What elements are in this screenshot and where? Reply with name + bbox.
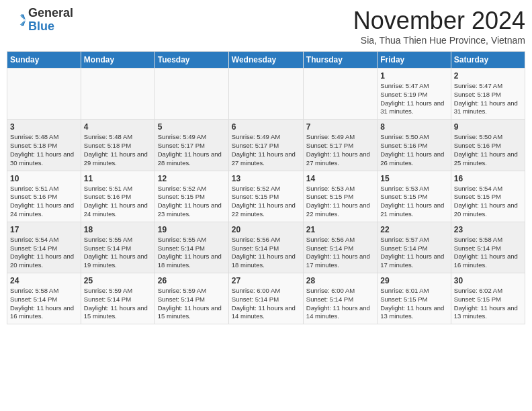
day-cell: 19Sunrise: 5:55 AM Sunset: 5:14 PM Dayli… bbox=[154, 222, 228, 273]
day-number: 24 bbox=[10, 276, 78, 285]
day-info: Sunrise: 5:52 AM Sunset: 5:15 PM Dayligh… bbox=[158, 185, 226, 219]
day-cell: 5Sunrise: 5:49 AM Sunset: 5:17 PM Daylig… bbox=[154, 120, 228, 171]
location-label: Sia, Thua Thien Hue Province, Vietnam bbox=[353, 35, 525, 46]
col-header-wednesday: Wednesday bbox=[228, 52, 303, 68]
day-cell: 22Sunrise: 5:57 AM Sunset: 5:14 PM Dayli… bbox=[378, 222, 451, 273]
col-header-monday: Monday bbox=[81, 52, 154, 68]
day-cell: 30Sunrise: 6:02 AM Sunset: 5:15 PM Dayli… bbox=[451, 273, 525, 324]
day-cell: 24Sunrise: 5:58 AM Sunset: 5:14 PM Dayli… bbox=[7, 273, 81, 324]
day-info: Sunrise: 5:54 AM Sunset: 5:14 PM Dayligh… bbox=[10, 236, 78, 270]
day-info: Sunrise: 5:48 AM Sunset: 5:18 PM Dayligh… bbox=[84, 133, 152, 167]
day-cell: 27Sunrise: 6:00 AM Sunset: 5:14 PM Dayli… bbox=[228, 273, 303, 324]
day-cell: 6Sunrise: 5:49 AM Sunset: 5:17 PM Daylig… bbox=[228, 120, 303, 171]
day-cell bbox=[81, 68, 154, 120]
day-number: 15 bbox=[380, 174, 447, 183]
day-info: Sunrise: 5:59 AM Sunset: 5:14 PM Dayligh… bbox=[158, 287, 226, 321]
day-number: 12 bbox=[158, 174, 226, 183]
day-info: Sunrise: 6:00 AM Sunset: 5:14 PM Dayligh… bbox=[232, 287, 300, 321]
day-cell: 17Sunrise: 5:54 AM Sunset: 5:14 PM Dayli… bbox=[7, 222, 81, 273]
logo-blue: Blue bbox=[28, 20, 73, 34]
day-info: Sunrise: 5:50 AM Sunset: 5:16 PM Dayligh… bbox=[380, 133, 447, 167]
day-number: 5 bbox=[158, 122, 226, 132]
day-cell: 11Sunrise: 5:51 AM Sunset: 5:16 PM Dayli… bbox=[81, 171, 154, 222]
day-info: Sunrise: 5:51 AM Sunset: 5:16 PM Dayligh… bbox=[84, 185, 152, 219]
day-info: Sunrise: 5:47 AM Sunset: 5:18 PM Dayligh… bbox=[454, 82, 522, 116]
day-info: Sunrise: 5:51 AM Sunset: 5:16 PM Dayligh… bbox=[10, 185, 78, 219]
col-header-friday: Friday bbox=[378, 52, 451, 68]
day-cell: 29Sunrise: 6:01 AM Sunset: 5:15 PM Dayli… bbox=[378, 273, 451, 324]
day-number: 1 bbox=[380, 71, 447, 81]
logo-icon bbox=[7, 11, 26, 30]
day-cell: 16Sunrise: 5:54 AM Sunset: 5:15 PM Dayli… bbox=[451, 171, 525, 222]
day-number: 14 bbox=[306, 174, 374, 183]
day-number: 30 bbox=[454, 276, 522, 285]
week-row-1: 1Sunrise: 5:47 AM Sunset: 5:19 PM Daylig… bbox=[7, 68, 525, 120]
day-info: Sunrise: 5:49 AM Sunset: 5:17 PM Dayligh… bbox=[306, 133, 374, 167]
svg-rect-0 bbox=[7, 11, 26, 30]
day-info: Sunrise: 5:58 AM Sunset: 5:14 PM Dayligh… bbox=[10, 287, 78, 321]
day-number: 25 bbox=[84, 276, 152, 285]
day-info: Sunrise: 5:55 AM Sunset: 5:14 PM Dayligh… bbox=[158, 236, 226, 270]
day-cell: 21Sunrise: 5:56 AM Sunset: 5:14 PM Dayli… bbox=[303, 222, 377, 273]
day-number: 17 bbox=[10, 225, 78, 234]
day-cell: 2Sunrise: 5:47 AM Sunset: 5:18 PM Daylig… bbox=[451, 68, 525, 120]
day-number: 7 bbox=[306, 122, 374, 132]
day-info: Sunrise: 6:01 AM Sunset: 5:15 PM Dayligh… bbox=[380, 287, 447, 321]
day-number: 21 bbox=[306, 225, 374, 234]
day-number: 18 bbox=[84, 225, 152, 234]
day-info: Sunrise: 5:58 AM Sunset: 5:14 PM Dayligh… bbox=[454, 236, 522, 270]
day-cell: 28Sunrise: 6:00 AM Sunset: 5:14 PM Dayli… bbox=[303, 273, 377, 324]
day-info: Sunrise: 6:02 AM Sunset: 5:15 PM Dayligh… bbox=[454, 287, 522, 321]
day-number: 28 bbox=[306, 276, 374, 285]
col-header-sunday: Sunday bbox=[7, 52, 81, 68]
day-cell bbox=[154, 68, 228, 120]
day-cell: 12Sunrise: 5:52 AM Sunset: 5:15 PM Dayli… bbox=[154, 171, 228, 222]
day-info: Sunrise: 5:53 AM Sunset: 5:15 PM Dayligh… bbox=[306, 185, 374, 219]
day-info: Sunrise: 5:57 AM Sunset: 5:14 PM Dayligh… bbox=[380, 236, 447, 270]
day-cell: 23Sunrise: 5:58 AM Sunset: 5:14 PM Dayli… bbox=[451, 222, 525, 273]
day-header-row: SundayMondayTuesdayWednesdayThursdayFrid… bbox=[7, 52, 525, 68]
day-cell bbox=[228, 68, 303, 120]
day-number: 22 bbox=[380, 225, 447, 234]
day-info: Sunrise: 5:52 AM Sunset: 5:15 PM Dayligh… bbox=[232, 185, 300, 219]
day-cell: 15Sunrise: 5:53 AM Sunset: 5:15 PM Dayli… bbox=[378, 171, 451, 222]
day-number: 4 bbox=[84, 122, 152, 132]
day-cell: 13Sunrise: 5:52 AM Sunset: 5:15 PM Dayli… bbox=[228, 171, 303, 222]
day-number: 6 bbox=[232, 122, 300, 132]
day-cell: 7Sunrise: 5:49 AM Sunset: 5:17 PM Daylig… bbox=[303, 120, 377, 171]
day-info: Sunrise: 5:50 AM Sunset: 5:16 PM Dayligh… bbox=[454, 133, 522, 167]
day-number: 23 bbox=[454, 225, 522, 234]
day-cell: 26Sunrise: 5:59 AM Sunset: 5:14 PM Dayli… bbox=[154, 273, 228, 324]
week-row-2: 3Sunrise: 5:48 AM Sunset: 5:18 PM Daylig… bbox=[7, 120, 525, 171]
day-number: 16 bbox=[454, 174, 522, 183]
day-info: Sunrise: 5:48 AM Sunset: 5:18 PM Dayligh… bbox=[10, 133, 78, 167]
day-info: Sunrise: 5:56 AM Sunset: 5:14 PM Dayligh… bbox=[232, 236, 300, 270]
col-header-tuesday: Tuesday bbox=[154, 52, 228, 68]
day-number: 11 bbox=[84, 174, 152, 183]
day-cell: 10Sunrise: 5:51 AM Sunset: 5:16 PM Dayli… bbox=[7, 171, 81, 222]
col-header-thursday: Thursday bbox=[303, 52, 377, 68]
day-number: 2 bbox=[454, 71, 522, 81]
week-row-5: 24Sunrise: 5:58 AM Sunset: 5:14 PM Dayli… bbox=[7, 273, 525, 324]
day-number: 8 bbox=[380, 122, 447, 132]
day-cell bbox=[7, 68, 81, 120]
day-info: Sunrise: 5:54 AM Sunset: 5:15 PM Dayligh… bbox=[454, 185, 522, 219]
day-number: 26 bbox=[158, 276, 226, 285]
logo-text: General Blue bbox=[28, 7, 73, 34]
day-number: 27 bbox=[232, 276, 300, 285]
day-info: Sunrise: 5:59 AM Sunset: 5:14 PM Dayligh… bbox=[84, 287, 152, 321]
day-cell: 14Sunrise: 5:53 AM Sunset: 5:15 PM Dayli… bbox=[303, 171, 377, 222]
day-cell: 9Sunrise: 5:50 AM Sunset: 5:16 PM Daylig… bbox=[451, 120, 525, 171]
day-cell: 20Sunrise: 5:56 AM Sunset: 5:14 PM Dayli… bbox=[228, 222, 303, 273]
day-info: Sunrise: 5:53 AM Sunset: 5:15 PM Dayligh… bbox=[380, 185, 447, 219]
page-header: General Blue November 2024 Sia, Thua Thi… bbox=[7, 7, 525, 46]
day-info: Sunrise: 5:55 AM Sunset: 5:14 PM Dayligh… bbox=[84, 236, 152, 270]
day-number: 20 bbox=[232, 225, 300, 234]
day-cell: 18Sunrise: 5:55 AM Sunset: 5:14 PM Dayli… bbox=[81, 222, 154, 273]
logo-general: General bbox=[28, 7, 73, 20]
day-cell: 3Sunrise: 5:48 AM Sunset: 5:18 PM Daylig… bbox=[7, 120, 81, 171]
day-cell: 8Sunrise: 5:50 AM Sunset: 5:16 PM Daylig… bbox=[378, 120, 451, 171]
day-info: Sunrise: 5:56 AM Sunset: 5:14 PM Dayligh… bbox=[306, 236, 374, 270]
day-info: Sunrise: 5:49 AM Sunset: 5:17 PM Dayligh… bbox=[232, 133, 300, 167]
week-row-4: 17Sunrise: 5:54 AM Sunset: 5:14 PM Dayli… bbox=[7, 222, 525, 273]
